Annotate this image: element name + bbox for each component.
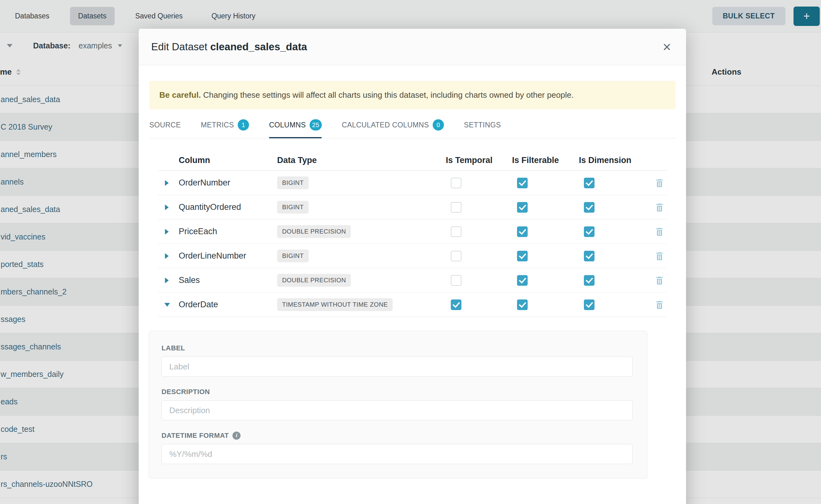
- data-type-header: Data Type: [277, 156, 446, 165]
- is-temporal-checkbox[interactable]: [451, 299, 462, 310]
- datetime-format-input[interactable]: [161, 444, 633, 464]
- modal-title-dataset-name: cleaned_sales_data: [210, 41, 307, 52]
- table-row-expanded: OrderDate TIMESTAMP WITHOUT TIME ZONE: [158, 293, 667, 317]
- tab-label: COLUMNS: [269, 121, 306, 129]
- is-temporal-checkbox[interactable]: [451, 202, 462, 213]
- expand-caret-icon[interactable]: [165, 229, 169, 235]
- column-detail-panel: LABEL DESCRIPTION DATETIME FORMAT i: [149, 331, 647, 479]
- is-dimension-checkbox[interactable]: [584, 251, 595, 261]
- warning-bold-text: Be careful.: [159, 90, 201, 100]
- datetime-format-field-label: DATETIME FORMAT i: [161, 432, 633, 440]
- is-filterable-checkbox[interactable]: [517, 178, 528, 188]
- tab-source[interactable]: SOURCE: [149, 119, 181, 138]
- calculated-columns-count-badge: 0: [433, 119, 444, 131]
- is-temporal-checkbox[interactable]: [451, 251, 462, 261]
- data-type-pill: DOUBLE PRECISION: [277, 274, 351, 287]
- collapse-caret-icon[interactable]: [164, 303, 170, 307]
- is-dimension-header: Is Dimension: [579, 156, 640, 165]
- column-name: OrderLineNumber: [179, 251, 277, 261]
- is-filterable-checkbox[interactable]: [517, 202, 528, 213]
- trash-icon[interactable]: [655, 300, 667, 310]
- expand-caret-icon[interactable]: [165, 180, 169, 186]
- data-type-pill: BIGINT: [277, 176, 309, 189]
- trash-icon[interactable]: [655, 251, 667, 261]
- is-dimension-checkbox[interactable]: [584, 178, 595, 188]
- warning-text: Changing these settings will affect all …: [201, 90, 574, 100]
- is-temporal-checkbox[interactable]: [451, 178, 462, 188]
- info-icon[interactable]: i: [232, 432, 240, 440]
- tab-label: METRICS: [201, 121, 234, 129]
- table-row: OrderNumber BIGINT: [158, 171, 667, 195]
- column-name: OrderDate: [179, 300, 277, 309]
- is-dimension-checkbox[interactable]: [584, 275, 595, 286]
- is-temporal-checkbox[interactable]: [451, 226, 462, 237]
- is-dimension-checkbox[interactable]: [584, 299, 595, 310]
- modal-tabs: SOURCE METRICS 1 COLUMNS 25 CALCULATED C…: [149, 119, 675, 138]
- label-field-label: LABEL: [161, 344, 633, 352]
- tab-label: CALCULATED COLUMNS: [342, 121, 429, 129]
- datetime-format-label-text: DATETIME FORMAT: [161, 432, 229, 440]
- column-name: QuantityOrdered: [179, 202, 277, 212]
- expand-caret-icon[interactable]: [165, 205, 169, 210]
- table-row: OrderLineNumber BIGINT: [158, 244, 667, 268]
- data-type-pill: BIGINT: [277, 201, 309, 214]
- tab-calculated-columns[interactable]: CALCULATED COLUMNS 0: [342, 119, 444, 138]
- is-filterable-checkbox[interactable]: [517, 226, 528, 237]
- trash-icon[interactable]: [655, 202, 667, 212]
- tab-metrics[interactable]: METRICS 1: [201, 119, 249, 138]
- column-name: OrderNumber: [179, 178, 277, 188]
- description-field-label-text: DESCRIPTION: [161, 388, 210, 396]
- columns-count-badge: 25: [309, 119, 322, 131]
- is-filterable-checkbox[interactable]: [517, 251, 528, 261]
- label-input[interactable]: [161, 357, 633, 377]
- close-icon[interactable]: ×: [660, 38, 674, 55]
- tab-settings[interactable]: SETTINGS: [464, 119, 501, 138]
- edit-dataset-modal: Edit Dataset cleaned_sales_data × Be car…: [139, 29, 686, 504]
- expand-caret-icon[interactable]: [165, 253, 169, 259]
- is-dimension-checkbox[interactable]: [584, 226, 595, 237]
- trash-icon[interactable]: [655, 227, 667, 237]
- is-filterable-header: Is Filterable: [512, 156, 579, 165]
- tab-label: SOURCE: [149, 121, 181, 129]
- data-type-pill: TIMESTAMP WITHOUT TIME ZONE: [277, 298, 393, 311]
- data-type-pill: DOUBLE PRECISION: [277, 225, 351, 238]
- modal-body: Be careful. Changing these settings will…: [139, 81, 686, 479]
- modal-title-prefix: Edit Dataset: [151, 41, 207, 52]
- expand-caret-icon[interactable]: [165, 278, 169, 283]
- modal-title: Edit Dataset cleaned_sales_data: [151, 41, 307, 53]
- description-field-label: DESCRIPTION: [161, 388, 633, 396]
- label-field-label-text: LABEL: [161, 344, 185, 352]
- metrics-count-badge: 1: [238, 119, 249, 131]
- table-row: QuantityOrdered BIGINT: [158, 195, 667, 220]
- is-filterable-checkbox[interactable]: [517, 275, 528, 286]
- columns-table: Column Data Type Is Temporal Is Filterab…: [158, 150, 667, 317]
- is-temporal-checkbox[interactable]: [451, 275, 462, 286]
- column-header: Column: [179, 156, 277, 165]
- is-temporal-header: Is Temporal: [446, 156, 512, 165]
- table-row: Sales DOUBLE PRECISION: [158, 268, 667, 293]
- tab-label: SETTINGS: [464, 121, 501, 129]
- warning-banner: Be careful. Changing these settings will…: [149, 81, 675, 109]
- trash-icon[interactable]: [655, 178, 667, 188]
- tab-columns[interactable]: COLUMNS 25: [269, 119, 322, 138]
- columns-table-header: Column Data Type Is Temporal Is Filterab…: [158, 150, 667, 171]
- table-row: PriceEach DOUBLE PRECISION: [158, 220, 667, 244]
- data-type-pill: BIGINT: [277, 250, 309, 262]
- column-name: PriceEach: [179, 227, 277, 236]
- trash-icon[interactable]: [655, 275, 667, 285]
- modal-header: Edit Dataset cleaned_sales_data ×: [139, 29, 686, 65]
- is-filterable-checkbox[interactable]: [517, 299, 528, 310]
- description-input[interactable]: [161, 400, 633, 420]
- column-name: Sales: [179, 275, 277, 285]
- is-dimension-checkbox[interactable]: [584, 202, 595, 213]
